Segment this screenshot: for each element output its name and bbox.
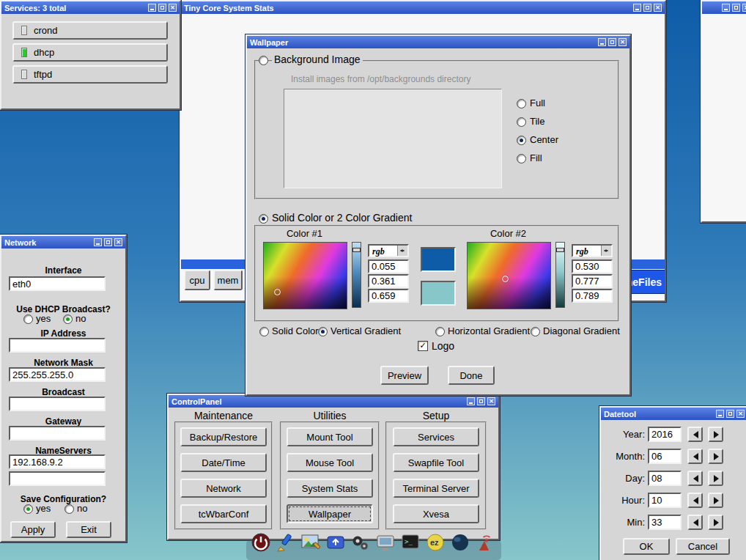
maximize-button[interactable] [732, 4, 740, 12]
save-no-radio[interactable] [64, 504, 74, 514]
terminal-server-button[interactable]: Terminal Server [393, 479, 479, 498]
control-panel-titlebar[interactable]: ControlPanel [169, 395, 498, 408]
ok-button[interactable]: OK [623, 538, 670, 555]
minimize-button[interactable] [633, 4, 641, 12]
minimize-button[interactable] [722, 4, 730, 12]
minimize-button[interactable] [467, 397, 475, 405]
hour-field[interactable] [648, 493, 682, 508]
maximize-button[interactable] [158, 4, 166, 12]
year-decrement-icon[interactable] [687, 427, 703, 442]
color2-slider-handle[interactable] [556, 248, 564, 252]
nameserver2-field[interactable] [9, 471, 106, 486]
month-decrement-icon[interactable] [687, 449, 703, 464]
day-increment-icon[interactable] [708, 471, 723, 486]
close-button[interactable] [654, 4, 662, 12]
dhcp-no-radio[interactable] [63, 314, 73, 324]
service-button-crond[interactable]: crond [12, 21, 168, 40]
color1-b-field[interactable] [368, 289, 409, 303]
paint-icon[interactable] [276, 532, 296, 553]
vertical-gradient-radio[interactable] [318, 327, 328, 336]
display-icon[interactable] [375, 532, 396, 553]
background-image-list[interactable] [284, 89, 502, 188]
logo-checkbox[interactable] [418, 341, 428, 351]
swapfile-tool-button[interactable]: Swapfile Tool [393, 453, 479, 472]
tab-mem[interactable]: mem [213, 270, 243, 290]
wireless-icon[interactable] [475, 532, 495, 553]
system-stats-titlebar[interactable]: Tiny Core System Stats [181, 1, 665, 14]
horizontal-gradient-radio[interactable] [435, 327, 445, 336]
terminal-icon[interactable]: >_ [400, 532, 421, 553]
background-image-radio[interactable] [259, 56, 268, 65]
min-increment-icon[interactable] [708, 515, 723, 530]
spinner-icon[interactable] [397, 246, 407, 256]
save-yes-radio[interactable] [23, 504, 33, 514]
position-full-radio[interactable] [517, 99, 526, 108]
color2-b-field[interactable] [572, 289, 613, 303]
date-time-button[interactable]: Date/Time [180, 453, 267, 472]
wallpaper-titlebar[interactable]: Wallpaper [247, 36, 629, 48]
service-button-dhcp[interactable]: dhcp [12, 43, 168, 62]
close-button[interactable] [114, 238, 122, 246]
close-button[interactable] [618, 38, 627, 46]
nameserver1-field[interactable] [9, 454, 106, 469]
preview-button[interactable]: Preview [380, 366, 429, 385]
gears-icon[interactable] [350, 532, 371, 553]
backup-restore-button[interactable]: Backup/Restore [180, 427, 267, 446]
hour-decrement-icon[interactable] [687, 493, 703, 508]
network-mask-field[interactable] [9, 367, 106, 382]
color1-picker[interactable] [263, 242, 347, 309]
gateway-field[interactable] [9, 426, 106, 441]
maximize-button[interactable] [643, 4, 651, 12]
month-field[interactable] [648, 449, 682, 464]
close-button[interactable] [169, 4, 177, 12]
network-button[interactable]: Network [180, 479, 267, 498]
color2-g-field[interactable] [572, 274, 613, 288]
minimize-button[interactable] [598, 38, 606, 46]
mount-tool-button[interactable]: Mount Tool [287, 427, 373, 446]
tab-cpu[interactable]: cpu [184, 270, 210, 290]
ip-address-field[interactable] [9, 338, 106, 353]
power-icon[interactable] [251, 532, 271, 553]
cancel-button[interactable]: Cancel [676, 538, 730, 555]
close-button[interactable] [736, 410, 745, 418]
services-button[interactable]: Services [393, 427, 479, 446]
year-field[interactable] [648, 427, 682, 442]
day-field[interactable] [648, 471, 682, 486]
service-button-tftpd[interactable]: tftpd [12, 65, 168, 84]
year-increment-icon[interactable] [708, 427, 723, 442]
wallpaper-button[interactable]: Wallpaper [287, 504, 373, 523]
color2-swatch[interactable] [421, 281, 456, 306]
tcwbarconf-button[interactable]: tcWbarConf [180, 504, 267, 523]
position-tile-radio[interactable] [517, 117, 526, 127]
solid-color-radio[interactable] [259, 327, 269, 336]
minimize-button[interactable] [148, 4, 156, 12]
wallpaper-icon[interactable] [300, 532, 321, 553]
month-increment-icon[interactable] [708, 449, 723, 464]
maximize-button[interactable] [104, 238, 112, 246]
sphere-icon[interactable] [450, 532, 470, 553]
maximize-button[interactable] [608, 38, 616, 46]
interface-field[interactable] [9, 276, 106, 291]
color1-value-slider[interactable] [352, 242, 361, 308]
position-center-radio[interactable] [517, 136, 526, 145]
color1-g-field[interactable] [368, 274, 409, 288]
spinner-icon[interactable] [601, 246, 611, 256]
done-button[interactable]: Done [448, 366, 495, 385]
partial-window-titlebar[interactable] [702, 1, 746, 14]
dhcp-yes-radio[interactable] [23, 314, 33, 324]
maximize-button[interactable] [477, 397, 485, 405]
color2-r-field[interactable] [572, 259, 613, 273]
datetool-titlebar[interactable]: Datetool [601, 408, 746, 420]
services-titlebar[interactable]: Services: 3 total [1, 1, 180, 14]
color1-r-field[interactable] [368, 259, 409, 273]
position-fill-radio[interactable] [517, 154, 526, 163]
color1-swatch[interactable] [421, 247, 456, 272]
maximize-button[interactable] [726, 410, 734, 418]
mount-icon[interactable] [325, 532, 346, 553]
hour-increment-icon[interactable] [708, 493, 723, 508]
color2-picker[interactable] [467, 242, 551, 309]
mouse-tool-button[interactable]: Mouse Tool [287, 453, 373, 472]
close-button[interactable] [487, 397, 495, 405]
minimize-button[interactable] [94, 238, 102, 246]
solid-gradient-radio[interactable] [259, 214, 268, 224]
